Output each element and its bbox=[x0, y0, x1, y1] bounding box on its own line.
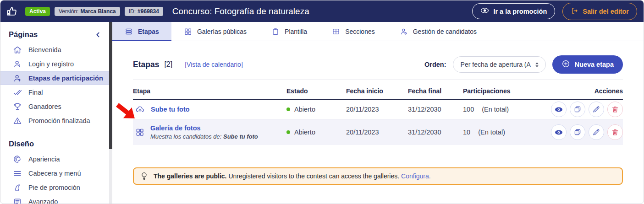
column-participaciones: Participaciones bbox=[463, 87, 545, 95]
table-row-sube-tu-foto: Sube tu foto Abierto 20/11/2023 31/12/20… bbox=[133, 100, 623, 119]
content-header-controls: Orden: Per fecha de apertura (ASC Nueva bbox=[424, 55, 623, 74]
sidebar-item-pie-promocion[interactable]: Pie de promoción bbox=[0, 180, 109, 194]
clipboard-icon bbox=[271, 27, 280, 36]
collapse-chevron-left-icon[interactable] bbox=[94, 31, 102, 38]
start-date-cell: 20/11/2023 bbox=[346, 129, 408, 136]
content-area: Etapas [2] [Vista de calendario] Orden: … bbox=[112, 55, 644, 185]
content-header-row: Etapas [2] [Vista de calendario] Orden: … bbox=[133, 55, 623, 74]
order-select-value: Per fecha de apertura (ASC bbox=[461, 61, 531, 68]
sidebar-item-bienvenida[interactable]: Bienvenida bbox=[0, 43, 109, 57]
delete-button[interactable] bbox=[607, 102, 623, 117]
thumbs-up-logo-icon[interactable] bbox=[5, 5, 19, 18]
sidebar-item-ganadores[interactable]: Ganadores bbox=[0, 99, 109, 113]
edit-button[interactable] bbox=[589, 102, 604, 117]
pages-heading: Páginas bbox=[9, 30, 38, 39]
top-header-bar: Activa Versión:Marca Blanca ID:#969834 C… bbox=[0, 0, 644, 22]
status-cell: Abierto bbox=[286, 129, 346, 136]
tab-galerias-publicas[interactable]: Galerías públicas bbox=[171, 22, 259, 41]
stage-name-cell: Sube tu foto bbox=[133, 105, 286, 114]
tab-plantilla[interactable]: Plantilla bbox=[259, 22, 319, 41]
open-status-dot bbox=[286, 107, 290, 111]
end-date-cell: 31/12/2030 bbox=[408, 106, 463, 113]
delete-button[interactable] bbox=[607, 124, 623, 140]
palette-icon bbox=[13, 155, 22, 164]
trophy-icon bbox=[13, 102, 22, 111]
user-plus-icon bbox=[13, 74, 22, 83]
sections-grid-icon bbox=[332, 27, 340, 36]
duplicate-button[interactable] bbox=[570, 124, 585, 140]
view-button[interactable] bbox=[551, 124, 567, 140]
main-panel: Etapas Galerías públicas Plantilla bbox=[112, 22, 644, 204]
actions-cell bbox=[545, 124, 623, 140]
sidebar-design-heading-row: Diseño bbox=[0, 139, 109, 152]
calendar-view-link[interactable]: [Vista de calendario] bbox=[185, 61, 243, 68]
foot-icon bbox=[13, 183, 22, 192]
exit-door-icon bbox=[571, 7, 578, 16]
tab-bar: Etapas Galerías públicas Plantilla bbox=[112, 22, 644, 41]
sidebar-item-promocion-finalizada[interactable]: Promoción finalizada bbox=[0, 113, 109, 128]
grid-icon bbox=[184, 27, 192, 36]
user-gear-icon bbox=[400, 27, 408, 36]
grid-icon bbox=[135, 128, 144, 137]
column-etapa: Etapa bbox=[133, 87, 286, 95]
view-button[interactable] bbox=[551, 102, 567, 117]
column-estado: Estado bbox=[286, 87, 346, 95]
tab-gestion-candidatos[interactable]: Gestión de candidatos bbox=[387, 22, 489, 41]
sidebar-item-final[interactable]: Final bbox=[0, 85, 109, 99]
eye-icon bbox=[480, 7, 489, 15]
participations-cell: 10 (En total) bbox=[463, 129, 545, 136]
public-galleries-alert: The galleries are public. Unregistered v… bbox=[133, 167, 623, 185]
participations-cell: 100 (En total) bbox=[463, 106, 545, 113]
stage-link[interactable]: Galería de fotos bbox=[150, 124, 201, 132]
new-stage-button[interactable]: Nueva etapa bbox=[552, 55, 623, 74]
sidebar-scrollbar-track[interactable] bbox=[109, 22, 112, 204]
cloud-upload-icon bbox=[135, 105, 145, 114]
lightbulb-icon bbox=[140, 172, 148, 181]
warning-triangle-icon bbox=[13, 116, 22, 125]
sidebar-item-etapas-participacion[interactable]: Etapas de participación bbox=[0, 71, 109, 85]
page-title: Concurso: Fotografía de naturaleza bbox=[172, 6, 309, 16]
body-wrap: Páginas Bienvenida Login y registro bbox=[0, 22, 644, 204]
status-badge: Activa bbox=[25, 7, 50, 16]
column-acciones: Acciones bbox=[545, 87, 623, 95]
sidebar: Páginas Bienvenida Login y registro bbox=[0, 22, 109, 204]
sidebar-scrollbar-thumb[interactable] bbox=[109, 22, 112, 149]
home-icon bbox=[13, 45, 22, 54]
user-icon bbox=[13, 59, 22, 69]
sort-arrows-icon bbox=[534, 62, 539, 68]
sidebar-item-cabecera-menu[interactable]: Cabecera y menú bbox=[0, 166, 109, 180]
edit-button[interactable] bbox=[589, 124, 604, 140]
order-label: Orden: bbox=[424, 61, 446, 68]
stage-name-block: Galería de fotos Muestra los candidatos … bbox=[150, 124, 258, 140]
alert-text: The galleries are public. Unregistered v… bbox=[154, 172, 431, 180]
promotion-id-badge: ID:#969834 bbox=[125, 7, 163, 16]
sidebar-item-login-registro[interactable]: Login y registro bbox=[0, 57, 109, 71]
stage-name-cell: Galería de fotos Muestra los candidatos … bbox=[133, 124, 286, 140]
start-date-cell: 20/11/2023 bbox=[346, 106, 408, 113]
tab-secciones[interactable]: Secciones bbox=[319, 22, 387, 41]
tab-etapas[interactable]: Etapas bbox=[112, 22, 171, 41]
editor-window: Activa Versión:Marca Blanca ID:#969834 C… bbox=[0, 0, 644, 204]
menu-lines-icon bbox=[13, 169, 22, 178]
order-select[interactable]: Per fecha de apertura (ASC bbox=[453, 56, 546, 73]
duplicate-button[interactable] bbox=[570, 102, 585, 117]
open-status-dot bbox=[286, 130, 290, 134]
sidebar-pages-heading-row: Páginas bbox=[0, 29, 109, 43]
column-fecha-final: Fecha final bbox=[408, 87, 463, 95]
configure-link[interactable]: Configura. bbox=[401, 172, 431, 180]
sidebar-item-avanzado[interactable]: Avanzado bbox=[0, 194, 109, 204]
actions-cell bbox=[545, 102, 623, 117]
table-row-galeria-de-fotos: Galería de fotos Muestra los candidatos … bbox=[133, 119, 623, 145]
status-cell: Abierto bbox=[286, 106, 346, 113]
sidebar-item-apariencia[interactable]: Apariencia bbox=[0, 152, 109, 166]
go-to-promotion-button[interactable]: Ir a la promoción bbox=[472, 3, 555, 19]
section-title: Etapas bbox=[133, 60, 159, 70]
column-fecha-inicio: Fecha inicio bbox=[346, 87, 408, 95]
end-date-cell: 31/12/2030 bbox=[408, 129, 463, 136]
version-badge: Versión:Marca Blanca bbox=[55, 7, 120, 16]
exit-editor-button[interactable]: Salir del editor bbox=[562, 3, 637, 20]
stage-subtitle: Muestra los candidatos de: Sube tu foto bbox=[150, 133, 258, 140]
stage-link[interactable]: Sube tu foto bbox=[151, 106, 190, 113]
plus-circle-icon bbox=[561, 59, 570, 70]
double-check-icon bbox=[13, 88, 22, 97]
